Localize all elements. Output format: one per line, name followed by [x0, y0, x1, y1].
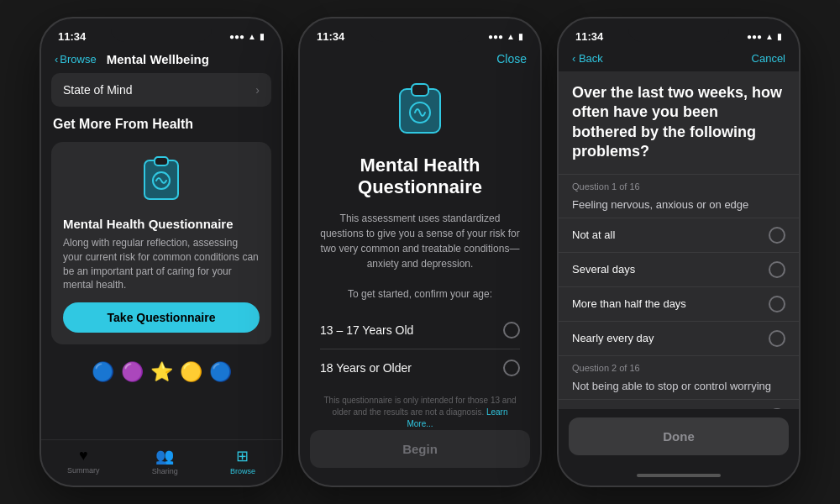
status-icons-1: ●●● ▲ ▮ [229, 32, 265, 41]
signal-icon-1: ●●● [229, 32, 244, 41]
signal-icon-3: ●●● [747, 32, 762, 41]
phone-3-content: ‹ Back Cancel Over the last two weeks, h… [559, 49, 799, 486]
q2-section-header: Question 2 of 16 [559, 355, 799, 376]
row-chevron: › [255, 83, 260, 97]
gem-1: 🔵 [92, 361, 114, 383]
home-indicator-3 [637, 474, 721, 477]
wifi-icon-1: ▲ [248, 32, 256, 41]
done-button[interactable]: Done [569, 417, 789, 455]
card-icon [63, 154, 260, 210]
q2-section-title: Not being able to stop or control worryi… [559, 376, 799, 399]
question-header: Over the last two weeks, how often have … [559, 71, 799, 174]
tab-browse-label: Browse [230, 467, 255, 475]
age-options: 13 – 17 Years Old 18 Years or Older [320, 312, 520, 386]
q2-radio-0[interactable] [769, 408, 785, 409]
q1-section-header: Question 1 of 16 [559, 174, 799, 195]
back-chevron-1: ‹ [55, 53, 58, 66]
q1-answer-1-text: Several days [572, 263, 635, 276]
battery-icon-1: ▮ [260, 32, 265, 41]
begin-button[interactable]: Begin [310, 430, 530, 468]
time-2: 11:34 [317, 30, 344, 43]
status-icons-2: ●●● ▲ ▮ [488, 32, 523, 41]
gem-5: 🔵 [209, 361, 232, 383]
card-title: Mental Health Questionnaire [63, 217, 260, 231]
phone-2: 11:34 ●●● ▲ ▮ Close Men [298, 17, 542, 487]
decorative-gems: 🔵 🟣 ⭐ 🟡 🔵 [41, 353, 281, 391]
state-of-mind-row[interactable]: State of Mind › [51, 73, 271, 107]
questionnaire-title: Mental Health Questionnaire [320, 155, 520, 199]
questionnaire-description: This assessment uses standardized questi… [320, 211, 520, 271]
nav-back-1[interactable]: ‹ Browse [55, 53, 97, 66]
q1-answer-nearly-every-day[interactable]: Nearly every day [559, 321, 799, 355]
age-label-13-17: 13 – 17 Years Old [320, 323, 413, 337]
phone-3: 11:34 ●●● ▲ ▮ ‹ Back Cancel Over the las… [557, 17, 801, 487]
tab-sharing[interactable]: 👥 Sharing [152, 447, 178, 475]
close-button[interactable]: Close [496, 52, 527, 66]
q1-radio-3[interactable] [769, 330, 785, 347]
status-icons-3: ●●● ▲ ▮ [747, 32, 782, 41]
status-bar-3: 11:34 ●●● ▲ ▮ [559, 18, 799, 49]
state-of-mind-label: State of Mind [63, 83, 133, 97]
svg-rect-4 [412, 84, 428, 96]
q1-answer-several-days[interactable]: Several days [559, 252, 799, 286]
phones-container: 11:34 ●●● ▲ ▮ ‹ Browse Mental Wellbeing … [0, 0, 840, 504]
age-option-13-17[interactable]: 13 – 17 Years Old [320, 312, 520, 349]
tab-summary-label: Summary [67, 466, 100, 475]
q1-answer-0-text: Not at all [572, 228, 615, 241]
questions-list: Question 1 of 16 Feeling nervous, anxiou… [559, 174, 799, 409]
q1-radio-0[interactable] [769, 227, 785, 244]
tab-browse[interactable]: ⊞ Browse [230, 447, 255, 475]
heart-icon: ♥ [79, 447, 88, 465]
q1-answer-3-text: Nearly every day [572, 332, 654, 344]
status-bar-2: 11:34 ●●● ▲ ▮ [300, 18, 540, 49]
age-option-18plus[interactable]: 18 Years or Older [320, 349, 520, 386]
back-label-1[interactable]: Browse [60, 53, 96, 66]
questionnaire-icon [396, 81, 444, 143]
center-content-2: Mental Health Questionnaire This assessm… [300, 72, 540, 430]
q1-radio-2[interactable] [769, 296, 785, 312]
svg-rect-1 [155, 157, 168, 165]
health-card: Mental Health Questionnaire Along with r… [51, 142, 271, 344]
time-1: 11:34 [58, 30, 86, 43]
back-button-3[interactable]: ‹ Back [572, 52, 603, 65]
header-question-text: Over the last two weeks, how often have … [572, 83, 785, 162]
nav-bar-2: Close [300, 49, 540, 72]
age-label-18plus: 18 Years or Older [320, 361, 412, 375]
signal-icon-2: ●●● [488, 32, 503, 41]
card-body: Along with regular reflection, assessing… [63, 236, 260, 292]
q1-answer-more-than-half[interactable]: More than half the days [559, 286, 799, 321]
radio-13-17[interactable] [503, 322, 520, 339]
q1-section-title: Feeling nervous, anxious or on edge [559, 195, 799, 218]
cancel-button-3[interactable]: Cancel [752, 52, 785, 65]
browse-icon: ⊞ [236, 447, 249, 465]
gem-2: 🟣 [121, 361, 144, 383]
battery-icon-2: ▮ [518, 32, 523, 41]
sharing-icon: 👥 [155, 447, 174, 465]
disclaimer-text: This questionnaire is only intended for … [320, 395, 520, 430]
take-questionnaire-button[interactable]: Take Questionnaire [63, 302, 260, 333]
radio-18plus[interactable] [503, 360, 520, 376]
q1-radio-1[interactable] [769, 261, 785, 278]
phone-1-content: ‹ Browse Mental Wellbeing State of Mind … [41, 49, 281, 486]
tab-summary[interactable]: ♥ Summary [67, 447, 100, 475]
tab-bar-1: ♥ Summary 👥 Sharing ⊞ Browse [41, 439, 281, 486]
wifi-icon-3: ▲ [765, 32, 774, 41]
nav-bar-3: ‹ Back Cancel [559, 49, 799, 71]
nav-title-1: Mental Wellbeing [107, 52, 209, 66]
q2-answer-not-at-all[interactable]: Not at all [559, 399, 799, 409]
age-prompt: To get started, confirm your age: [348, 288, 492, 300]
gem-3: ⭐ [150, 361, 173, 383]
status-bar-1: 11:34 ●●● ▲ ▮ [41, 18, 281, 49]
wifi-icon-2: ▲ [507, 32, 515, 41]
nav-bar-1: ‹ Browse Mental Wellbeing [41, 49, 281, 73]
phone-1: 11:34 ●●● ▲ ▮ ‹ Browse Mental Wellbeing … [39, 17, 283, 487]
q1-answer-not-at-all[interactable]: Not at all [559, 218, 799, 252]
tab-sharing-label: Sharing [152, 467, 178, 475]
section-header-1: Get More From Health [41, 117, 281, 142]
time-3: 11:34 [575, 30, 603, 43]
gem-4: 🟡 [180, 361, 202, 383]
phone-2-content: Close Mental Health Questionnaire This a… [300, 49, 540, 486]
q1-answer-2-text: More than half the days [572, 297, 686, 310]
battery-icon-3: ▮ [777, 32, 782, 41]
